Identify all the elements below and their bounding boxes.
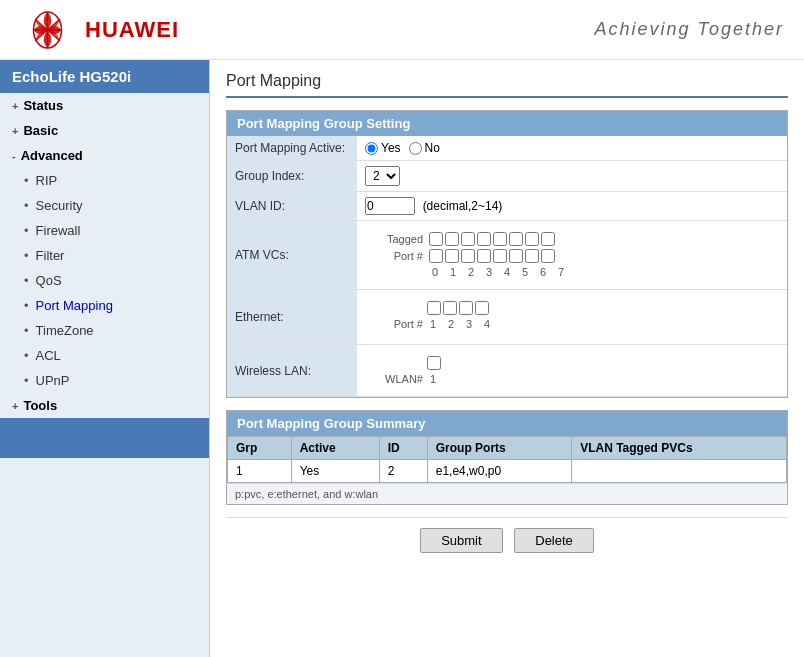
bullet-icon: • bbox=[24, 198, 29, 213]
vlan-id-input[interactable] bbox=[365, 197, 415, 215]
atm-tagged-cb-7[interactable] bbox=[541, 232, 555, 246]
atm-tagged-cb-6[interactable] bbox=[525, 232, 539, 246]
atm-port-6: 6 bbox=[535, 266, 551, 278]
atm-vcs-row: ATM VCs: Tagged bbox=[227, 221, 787, 290]
sidebar-item-advanced[interactable]: - Advanced bbox=[0, 143, 209, 168]
atm-tagged-cb-4[interactable] bbox=[493, 232, 507, 246]
atm-port-cb-5[interactable] bbox=[509, 249, 523, 263]
sidebar-item-acl[interactable]: • ACL bbox=[0, 343, 209, 368]
sidebar-bottom-filler bbox=[0, 418, 209, 458]
group-index-select[interactable]: 1 2 3 4 bbox=[365, 166, 400, 186]
row-group-ports: e1,e4,w0,p0 bbox=[427, 460, 571, 483]
atm-port-1: 1 bbox=[445, 266, 461, 278]
expand-icon: + bbox=[12, 400, 18, 412]
sidebar-label-advanced: Advanced bbox=[21, 148, 83, 163]
active-yes-label[interactable]: Yes bbox=[365, 141, 401, 155]
sidebar-item-security[interactable]: • Security bbox=[0, 193, 209, 218]
eth-cb-4[interactable] bbox=[475, 301, 489, 315]
sidebar-label-status: Status bbox=[23, 98, 63, 113]
eth-port-label: Port # bbox=[371, 318, 423, 330]
atm-port-cb-7[interactable] bbox=[541, 249, 555, 263]
atm-tagged-cb-2[interactable] bbox=[461, 232, 475, 246]
sidebar-label-security: Security bbox=[36, 198, 83, 213]
group-index-field: 1 2 3 4 bbox=[357, 161, 787, 192]
vlan-id-row: VLAN ID: (decimal,2~14) bbox=[227, 192, 787, 221]
ethernet-field: Port # 1 2 3 4 bbox=[357, 290, 787, 345]
active-yes-text: Yes bbox=[381, 141, 401, 155]
atm-port-numbers: 0 1 2 3 4 5 6 7 bbox=[427, 266, 773, 278]
active-no-radio[interactable] bbox=[409, 142, 422, 155]
button-bar: Submit Delete bbox=[226, 517, 788, 563]
atm-tagged-cb-1[interactable] bbox=[445, 232, 459, 246]
active-row: Port Mapping Active: Yes No bbox=[227, 136, 787, 161]
sidebar-item-rip[interactable]: • RIP bbox=[0, 168, 209, 193]
sidebar-item-status[interactable]: + Status bbox=[0, 93, 209, 118]
table-row: 1 Yes 2 e1,e4,w0,p0 bbox=[228, 460, 787, 483]
expand-icon: + bbox=[12, 125, 18, 137]
page-title: Port Mapping bbox=[226, 72, 788, 98]
sidebar-label-basic: Basic bbox=[23, 123, 58, 138]
atm-vcs-label: ATM VCs: bbox=[227, 221, 357, 290]
sidebar-item-portmapping[interactable]: • Port Mapping bbox=[0, 293, 209, 318]
atm-port-cb-6[interactable] bbox=[525, 249, 539, 263]
eth-cb-2[interactable] bbox=[443, 301, 457, 315]
col-group-ports: Group Ports bbox=[427, 437, 571, 460]
vlan-id-label: VLAN ID: bbox=[227, 192, 357, 221]
atm-vcs-field: Tagged bbox=[357, 221, 787, 290]
tagged-label: Tagged bbox=[371, 233, 423, 245]
eth-cb-3[interactable] bbox=[459, 301, 473, 315]
group-setting-table: Port Mapping Active: Yes No bbox=[227, 136, 787, 397]
bullet-icon: • bbox=[24, 348, 29, 363]
sidebar-item-upnp[interactable]: • UPnP bbox=[0, 368, 209, 393]
wireless-row: Wireless LAN: WLAN# 1 bbox=[227, 345, 787, 397]
atm-port-cb-1[interactable] bbox=[445, 249, 459, 263]
active-radio-group: Yes No bbox=[365, 141, 779, 155]
active-no-label[interactable]: No bbox=[409, 141, 440, 155]
sidebar-item-filter[interactable]: • Filter bbox=[0, 243, 209, 268]
atm-port-cb-2[interactable] bbox=[461, 249, 475, 263]
atm-tagged-cb-5[interactable] bbox=[509, 232, 523, 246]
atm-port-7: 7 bbox=[553, 266, 569, 278]
atm-tagged-row: Tagged bbox=[371, 232, 773, 246]
wlan-port-1: 1 bbox=[425, 373, 441, 385]
atm-port-0: 0 bbox=[427, 266, 443, 278]
bullet-icon: • bbox=[24, 273, 29, 288]
group-setting-header: Port Mapping Group Setting bbox=[227, 111, 787, 136]
submit-button[interactable]: Submit bbox=[420, 528, 502, 553]
atm-tagged-cb-3[interactable] bbox=[477, 232, 491, 246]
ethernet-row: Ethernet: Port # bbox=[227, 290, 787, 345]
sidebar-item-firewall[interactable]: • Firewall bbox=[0, 218, 209, 243]
atm-port-cb-0[interactable] bbox=[429, 249, 443, 263]
vlan-id-field: (decimal,2~14) bbox=[357, 192, 787, 221]
bullet-icon: • bbox=[24, 298, 29, 313]
sidebar-label-timezone: TimeZone bbox=[36, 323, 94, 338]
atm-tagged-cb-0[interactable] bbox=[429, 232, 443, 246]
delete-button[interactable]: Delete bbox=[514, 528, 594, 553]
sidebar-item-timezone[interactable]: • TimeZone bbox=[0, 318, 209, 343]
eth-cb-1[interactable] bbox=[427, 301, 441, 315]
sidebar-label-acl: ACL bbox=[36, 348, 61, 363]
wireless-field: WLAN# 1 bbox=[357, 345, 787, 397]
wlan-cb-1[interactable] bbox=[427, 356, 441, 370]
group-setting-box: Port Mapping Group Setting Port Mapping … bbox=[226, 110, 788, 398]
sidebar-item-qos[interactable]: • QoS bbox=[0, 268, 209, 293]
vlan-id-hint: (decimal,2~14) bbox=[423, 199, 503, 213]
atm-port-cb-3[interactable] bbox=[477, 249, 491, 263]
group-summary-header: Port Mapping Group Summary bbox=[227, 411, 787, 436]
sidebar-label-rip: RIP bbox=[36, 173, 58, 188]
summary-table: Grp Active ID Group Ports VLAN Tagged PV… bbox=[227, 436, 787, 483]
tagline: Achieving Together bbox=[595, 19, 784, 40]
bullet-icon: • bbox=[24, 173, 29, 188]
bullet-icon: • bbox=[24, 248, 29, 263]
logo-area: HUAWEI bbox=[20, 10, 179, 50]
sidebar-item-tools[interactable]: + Tools bbox=[0, 393, 209, 418]
active-yes-radio[interactable] bbox=[365, 142, 378, 155]
sidebar-label-tools: Tools bbox=[23, 398, 57, 413]
sidebar-label-firewall: Firewall bbox=[36, 223, 81, 238]
sidebar-item-basic[interactable]: + Basic bbox=[0, 118, 209, 143]
bullet-icon: • bbox=[24, 373, 29, 388]
atm-port-cb-4[interactable] bbox=[493, 249, 507, 263]
main-layout: EchoLife HG520i + Status + Basic - Advan… bbox=[0, 60, 804, 657]
expand-icon: + bbox=[12, 100, 18, 112]
atm-area: Tagged bbox=[365, 226, 779, 284]
